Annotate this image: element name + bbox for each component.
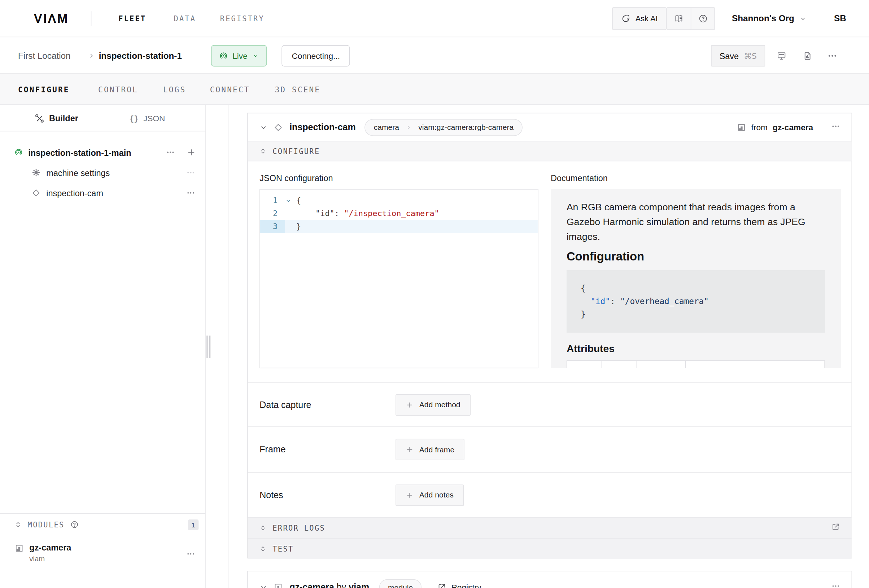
org-switcher[interactable]: Shannon's Org — [732, 0, 807, 37]
external-link-icon — [831, 522, 840, 531]
machine-viewer-button[interactable] — [773, 47, 790, 64]
from-label: from — [751, 123, 768, 132]
tree-item-menu-button[interactable] — [186, 188, 195, 199]
component-type: camera — [374, 123, 399, 131]
nav-item-fleet[interactable]: FLEET — [119, 0, 146, 37]
module-card-menu-button[interactable] — [831, 582, 840, 588]
ellipsis-icon — [831, 582, 840, 588]
ellipsis-icon — [166, 148, 175, 157]
test-section-header[interactable]: TEST — [248, 538, 851, 559]
add-method-label: Add method — [419, 400, 460, 409]
registry-label: Registry — [451, 583, 481, 588]
from-module-link[interactable]: from gz-camera — [737, 123, 813, 132]
doc-configuration-heading: Configuration — [566, 250, 825, 264]
gear-icon — [32, 168, 41, 177]
save-button[interactable]: Save ⌘S — [711, 45, 765, 67]
tab-logs[interactable]: LOGS — [163, 74, 186, 105]
chevron-down-icon — [799, 15, 807, 23]
plus-icon — [406, 446, 414, 453]
configure-section-header[interactable]: CONFIGURE — [248, 141, 851, 161]
add-method-button[interactable]: Add method — [396, 394, 471, 415]
tree-root-menu-button[interactable] — [166, 148, 175, 159]
mode-builder-tab[interactable]: Builder — [35, 105, 78, 131]
nav-item-registry[interactable]: REGISTRY — [220, 0, 264, 37]
user-avatar[interactable]: SB — [834, 0, 846, 37]
configure-section-body: JSON configuration 1 { 2 "id": "/inspect… — [248, 161, 851, 382]
notes-label: Notes — [260, 490, 384, 500]
viam-logo[interactable]: VIΛM — [34, 0, 69, 37]
tab-control[interactable]: CONTROL — [98, 74, 138, 105]
unfold-icon — [259, 545, 267, 552]
documentation-label: Documentation — [551, 173, 608, 183]
broadcast-icon — [219, 51, 228, 60]
tree-item-inspection-cam[interactable]: inspection-cam — [0, 183, 205, 203]
modules-label: MODULES — [28, 520, 65, 529]
nav-item-data[interactable]: DATA — [174, 0, 196, 37]
docs-button[interactable] — [667, 8, 691, 29]
collapse-chevron-icon[interactable] — [259, 123, 268, 132]
error-logs-external-link[interactable] — [831, 522, 840, 533]
doc-code-line: { — [581, 282, 811, 295]
component-type-pill: camera viam:gz-camera:rgb-camera — [365, 118, 523, 136]
ellipsis-icon — [186, 168, 195, 177]
module-icon — [737, 123, 746, 132]
notes-section: Notes Add notes — [248, 472, 851, 517]
builder-label: Builder — [49, 113, 78, 123]
module-card-by: by — [334, 582, 348, 588]
code-key: "id" — [316, 209, 335, 218]
topbar-divider — [91, 11, 92, 26]
fold-chevron-icon[interactable] — [285, 194, 296, 207]
tab-connect[interactable]: CONNECT — [210, 74, 250, 105]
machine-report-button[interactable] — [799, 47, 816, 64]
frame-section: Frame Add frame — [248, 427, 851, 472]
help-circle-icon — [70, 520, 79, 529]
sidebar-resize-handle[interactable] — [206, 335, 212, 358]
machine-menu-button[interactable] — [824, 47, 841, 64]
ellipsis-icon — [827, 51, 837, 61]
line-number: 3 — [260, 220, 285, 233]
tree-item-label: machine settings — [46, 168, 110, 178]
pill-separator-icon — [405, 124, 412, 130]
live-status-dropdown[interactable]: Live — [211, 45, 267, 67]
module-card-title: gz-camera by viam — [289, 582, 369, 588]
json-config-editor[interactable]: 1 { 2 "id": "/inspection_camera" 3 } — [260, 189, 538, 368]
tab-3d-scene[interactable]: 3D SCENE — [274, 74, 320, 105]
component-menu-button[interactable] — [831, 121, 840, 133]
modules-header[interactable]: MODULES 1 — [0, 514, 205, 535]
external-link-icon — [437, 583, 446, 588]
config-sidebar: Builder {} JSON inspection-station-1-mai… — [0, 105, 206, 588]
tree-root-machine-part[interactable]: inspection-station-1-main — [0, 142, 205, 162]
add-component-button[interactable] — [187, 148, 196, 159]
module-card-org: viam — [348, 582, 369, 588]
module-tag-pill: module — [379, 579, 421, 588]
plus-icon — [406, 401, 414, 409]
broadcast-icon — [14, 148, 23, 157]
component-card-header: inspection-cam camera viam:gz-camera:rgb… — [248, 113, 851, 141]
tree-item-menu-button[interactable] — [186, 168, 195, 179]
help-button[interactable] — [691, 8, 715, 29]
breadcrumb-location[interactable]: First Location — [18, 37, 70, 74]
add-notes-button[interactable]: Add notes — [396, 484, 464, 505]
registry-link[interactable]: Registry — [437, 583, 481, 588]
editor-line-1: 1 { — [260, 194, 538, 207]
add-frame-button[interactable]: Add frame — [396, 439, 464, 460]
connection-status-button[interactable]: Connecting... — [282, 45, 350, 67]
editor-line-3-active: 3 } — [260, 220, 538, 233]
org-name: Shannon's Org — [732, 14, 794, 24]
connection-status-label: Connecting... — [292, 51, 340, 60]
module-name: gz-camera — [29, 542, 71, 552]
tree-item-label: inspection-cam — [46, 188, 103, 198]
ask-ai-button[interactable]: Ask AI — [612, 7, 667, 30]
component-name: inspection-cam — [289, 122, 356, 132]
collapse-chevron-icon[interactable] — [259, 583, 268, 588]
module-org: viam — [29, 554, 71, 563]
unfold-icon — [259, 524, 267, 532]
mode-json-tab[interactable]: {} JSON — [129, 105, 165, 131]
tree-item-machine-settings[interactable]: machine settings — [0, 162, 205, 182]
doc-code-value: "/overhead_camera" — [620, 296, 709, 305]
error-logs-section-header[interactable]: ERROR LOGS — [248, 517, 851, 538]
module-list-item[interactable]: gz-camera viam — [0, 542, 205, 563]
module-menu-button[interactable] — [186, 549, 195, 561]
tab-configure[interactable]: CONFIGURE — [18, 74, 70, 105]
line-number: 2 — [260, 207, 285, 220]
